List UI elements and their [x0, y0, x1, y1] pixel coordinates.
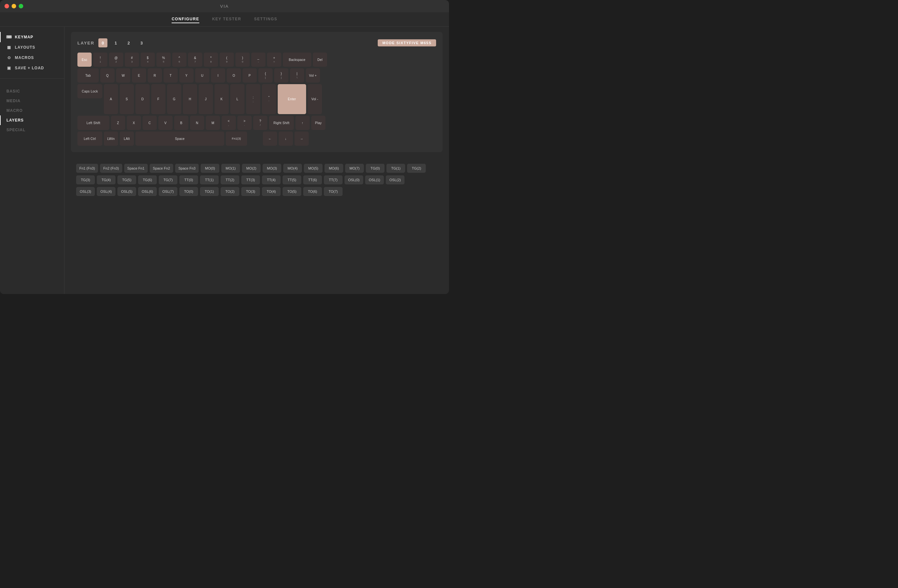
- key-e[interactable]: E: [132, 68, 146, 83]
- keyset-chip[interactable]: TT(0): [179, 175, 198, 184]
- keyset-chip[interactable]: MO(4): [283, 164, 302, 173]
- key-t[interactable]: T: [163, 68, 178, 83]
- keyset-chip[interactable]: TO(2): [221, 187, 239, 196]
- keyset-chip[interactable]: TO(5): [283, 187, 301, 196]
- key-6[interactable]: ^6: [172, 52, 186, 67]
- key-q[interactable]: Q: [100, 68, 114, 83]
- key-1[interactable]: !1: [93, 52, 108, 67]
- key-g[interactable]: G: [167, 84, 181, 114]
- tab-key-tester[interactable]: KEY TESTER: [212, 15, 241, 23]
- key-b[interactable]: B: [174, 116, 188, 130]
- key-8[interactable]: *8: [204, 52, 218, 67]
- tab-settings[interactable]: SETTINGS: [254, 15, 277, 23]
- layer-btn-3[interactable]: 3: [137, 38, 146, 48]
- key-s[interactable]: S: [120, 84, 134, 114]
- tab-configure[interactable]: CONFIGURE: [172, 15, 199, 23]
- sidebar-cat-special[interactable]: SPECIAL: [0, 125, 64, 135]
- key-u[interactable]: U: [195, 68, 209, 83]
- key-v[interactable]: V: [158, 116, 172, 130]
- key-3[interactable]: #3: [125, 52, 139, 67]
- key-backspace[interactable]: Backspace: [283, 52, 311, 67]
- key-p[interactable]: P: [243, 68, 257, 83]
- key-lalt[interactable]: LAlt: [120, 132, 134, 146]
- key-enter[interactable]: Enter: [278, 84, 306, 114]
- keyset-chip[interactable]: TG(3): [76, 175, 95, 184]
- keyset-chip[interactable]: MO(0): [201, 164, 219, 173]
- keyset-chip[interactable]: MO(5): [304, 164, 323, 173]
- maximize-button[interactable]: [19, 4, 23, 8]
- key-d[interactable]: D: [135, 84, 150, 114]
- key-n[interactable]: N: [190, 116, 204, 130]
- keyset-chip[interactable]: TG(7): [159, 175, 177, 184]
- keyset-chip[interactable]: TO(6): [303, 187, 322, 196]
- keyset-chip[interactable]: MO(1): [221, 164, 240, 173]
- key-0[interactable]: )0: [235, 52, 250, 67]
- keyset-chip[interactable]: TT(1): [200, 175, 219, 184]
- keyset-chip[interactable]: TG(5): [117, 175, 136, 184]
- key-period[interactable]: >.: [237, 116, 252, 130]
- keyset-chip[interactable]: TT(7): [324, 175, 343, 184]
- keyset-chip[interactable]: TO(0): [179, 187, 198, 196]
- key-vol-up[interactable]: Vol +: [306, 68, 320, 83]
- key-up[interactable]: ↑: [295, 116, 310, 130]
- key-right-shift[interactable]: Right Shift: [269, 116, 294, 130]
- keyset-chip[interactable]: TT(3): [241, 175, 260, 184]
- key-j[interactable]: J: [199, 84, 213, 114]
- key-rbracket[interactable]: }]: [274, 68, 288, 83]
- key-a[interactable]: A: [104, 84, 118, 114]
- key-vol-down[interactable]: Vol -: [308, 84, 322, 114]
- key-lbracket[interactable]: {[: [258, 68, 272, 83]
- keyset-chip[interactable]: OSL(6): [138, 187, 157, 196]
- key-z[interactable]: Z: [111, 116, 125, 130]
- minimize-button[interactable]: [12, 4, 16, 8]
- keyset-chip[interactable]: TT(4): [262, 175, 281, 184]
- keyset-chip[interactable]: TG(2): [407, 164, 426, 173]
- key-7[interactable]: &7: [188, 52, 202, 67]
- key-left-shift[interactable]: Left Shift: [77, 116, 109, 130]
- key-k[interactable]: K: [214, 84, 229, 114]
- sidebar-item-keymap[interactable]: ⌨ KEYMAP: [0, 32, 64, 42]
- key-equal[interactable]: +=: [267, 52, 281, 67]
- key-minus[interactable]: _-: [251, 52, 266, 67]
- key-left-ctrl[interactable]: Left Ctrl: [77, 132, 102, 146]
- key-del[interactable]: Del: [313, 52, 327, 67]
- key-space[interactable]: Space: [135, 132, 224, 146]
- keyset-chip[interactable]: TO(7): [324, 187, 343, 196]
- keyset-chip[interactable]: TG(1): [386, 164, 405, 173]
- key-i[interactable]: I: [211, 68, 225, 83]
- sidebar-cat-layers[interactable]: LAYERS: [0, 115, 64, 125]
- key-tab[interactable]: Tab: [77, 68, 99, 83]
- key-esc[interactable]: Esc: [77, 52, 92, 67]
- keyset-chip[interactable]: Space Fn1: [124, 164, 148, 173]
- keyset-chip[interactable]: MO(3): [263, 164, 281, 173]
- keyset-chip[interactable]: Fn1 (Fn3): [76, 164, 98, 173]
- key-backslash[interactable]: |\: [290, 68, 304, 83]
- key-down[interactable]: ↓: [279, 132, 293, 146]
- keyset-chip[interactable]: TO(1): [200, 187, 219, 196]
- key-2[interactable]: @2: [109, 52, 123, 67]
- close-button[interactable]: [5, 4, 9, 8]
- keyset-chip[interactable]: Space Fn3: [175, 164, 199, 173]
- layer-btn-1[interactable]: 1: [111, 38, 120, 48]
- key-l[interactable]: L: [230, 84, 244, 114]
- key-play[interactable]: Play: [311, 116, 326, 130]
- key-4[interactable]: $4: [141, 52, 155, 67]
- keyset-chip[interactable]: TG(6): [138, 175, 157, 184]
- key-y[interactable]: Y: [179, 68, 194, 83]
- keyset-chip[interactable]: TO(4): [262, 187, 281, 196]
- sidebar-cat-basic[interactable]: BASIC: [0, 86, 64, 96]
- key-c[interactable]: C: [143, 116, 157, 130]
- key-fn1-3[interactable]: Fn1(3): [226, 132, 247, 146]
- sidebar-item-save-load[interactable]: ▣ SAVE + LOAD: [0, 63, 64, 73]
- key-right[interactable]: →: [295, 132, 309, 146]
- key-5[interactable]: %5: [157, 52, 171, 67]
- key-caps-lock[interactable]: Caps Lock: [77, 84, 102, 98]
- key-o[interactable]: O: [227, 68, 241, 83]
- keyset-chip[interactable]: Space Fn2: [150, 164, 173, 173]
- key-r[interactable]: R: [148, 68, 162, 83]
- keyset-chip[interactable]: OSL(5): [117, 187, 136, 196]
- key-h[interactable]: H: [183, 84, 197, 114]
- keyset-chip[interactable]: TT(5): [283, 175, 301, 184]
- layer-btn-2[interactable]: 2: [124, 38, 133, 48]
- keyset-chip[interactable]: Fn2 (Fn3): [100, 164, 122, 173]
